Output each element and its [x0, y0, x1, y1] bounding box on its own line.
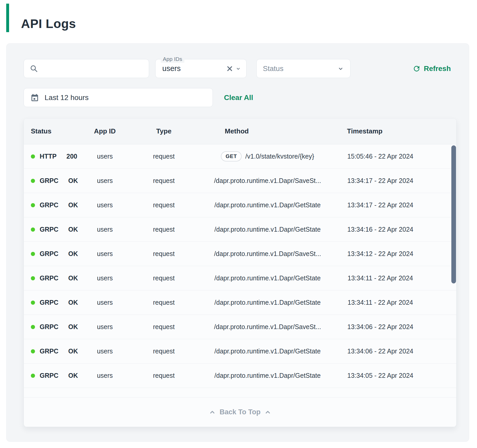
- empty-row: [24, 388, 456, 397]
- timestamp-cell: 15:05:46 - 22 Apr 2024: [347, 153, 413, 160]
- status-code: OK: [68, 201, 78, 209]
- table-row[interactable]: GRPC OK users request /dapr.proto.runtim…: [24, 315, 456, 339]
- table-row[interactable]: GRPC OK users request /dapr.proto.runtim…: [24, 193, 456, 217]
- calendar-icon: [30, 93, 39, 102]
- app-id-cell: users: [97, 347, 113, 355]
- status-cell: GRPC OK: [24, 372, 82, 379]
- type-cell: request: [153, 323, 174, 331]
- table-row[interactable]: GRPC OK users request /dapr.proto.runtim…: [24, 242, 456, 266]
- status-dot-icon: [31, 179, 35, 183]
- refresh-icon: [412, 65, 421, 73]
- app-ids-clear-button[interactable]: [225, 63, 235, 74]
- timestamp-cell: 13:34:06 - 22 Apr 2024: [347, 323, 413, 331]
- method-path: /v1.0/state/kvstore/{key}: [245, 153, 314, 160]
- type-cell: request: [153, 274, 174, 282]
- table-row[interactable]: GRPC OK users request /dapr.proto.runtim…: [24, 339, 456, 364]
- app-id-cell: users: [97, 226, 113, 233]
- method-path: /dapr.proto.runtime.v1.Dapr/GetState: [214, 226, 321, 233]
- status-placeholder: Status: [263, 65, 337, 73]
- status-code: OK: [68, 274, 78, 282]
- status-protocol: GRPC: [40, 347, 58, 355]
- status-code: OK: [68, 177, 78, 184]
- search-field[interactable]: [24, 59, 149, 78]
- status-protocol: GRPC: [40, 177, 58, 184]
- timestamp-cell: 13:34:05 - 22 Apr 2024: [347, 372, 413, 379]
- status-dot-icon: [31, 325, 35, 329]
- status-code: OK: [68, 226, 78, 233]
- status-protocol: GRPC: [40, 299, 58, 306]
- status-code: OK: [68, 347, 78, 355]
- type-cell: request: [153, 226, 174, 233]
- method-cell: GET /v1.0/state/kvstore/{key}: [221, 151, 314, 161]
- app-ids-select[interactable]: App IDs users: [155, 59, 247, 78]
- method-path: /dapr.proto.runtime.v1.Dapr/GetState: [214, 274, 321, 282]
- app-ids-label: App IDs: [161, 55, 184, 63]
- logs-table: Status App ID Type Method Timestamp HTTP…: [24, 118, 457, 427]
- status-cell: GRPC OK: [24, 274, 82, 282]
- type-cell: request: [153, 177, 174, 184]
- search-input[interactable]: [42, 64, 143, 73]
- column-header-timestamp: Timestamp: [347, 127, 383, 135]
- status-protocol: GRPC: [40, 274, 58, 282]
- status-dot-icon: [31, 349, 35, 353]
- chevron-up-icon: [264, 409, 271, 416]
- timestamp-cell: 13:34:16 - 22 Apr 2024: [347, 226, 413, 233]
- method-cell: /dapr.proto.runtime.v1.Dapr/GetState: [214, 226, 321, 233]
- chevron-up-icon: [209, 409, 216, 416]
- x-cross-icon: [226, 65, 234, 73]
- timestamp-cell: 13:34:11 - 22 Apr 2024: [348, 299, 413, 306]
- date-range-field[interactable]: Last 12 hours: [24, 88, 213, 107]
- app-id-cell: users: [97, 323, 113, 331]
- table-row[interactable]: GRPC OK users request /dapr.proto.runtim…: [24, 266, 456, 290]
- refresh-label: Refresh: [424, 65, 451, 73]
- title-accent-bar: [6, 4, 9, 32]
- scrollbar-thumb[interactable]: [451, 145, 456, 283]
- table-row[interactable]: GRPC OK users request /dapr.proto.runtim…: [24, 217, 456, 242]
- app-id-cell: users: [97, 153, 113, 160]
- status-dot-icon: [31, 374, 35, 378]
- status-code: OK: [68, 299, 78, 306]
- method-path: /dapr.proto.runtime.v1.Dapr/SaveSt...: [214, 177, 321, 184]
- table-row[interactable]: GRPC OK users request /dapr.proto.runtim…: [24, 290, 456, 315]
- table-row[interactable]: GRPC OK users request /dapr.proto.runtim…: [24, 364, 456, 388]
- back-to-top-button[interactable]: Back To Top: [207, 408, 273, 416]
- status-cell: GRPC OK: [24, 347, 82, 355]
- status-code: OK: [68, 323, 78, 331]
- method-path: /dapr.proto.runtime.v1.Dapr/GetState: [214, 347, 321, 355]
- type-cell: request: [153, 153, 174, 160]
- status-code: OK: [68, 372, 78, 379]
- type-cell: request: [153, 250, 174, 258]
- status-protocol: GRPC: [40, 250, 58, 258]
- table-row[interactable]: GRPC OK users request /dapr.proto.runtim…: [24, 169, 456, 193]
- type-cell: request: [153, 201, 174, 209]
- status-dot-icon: [31, 203, 35, 207]
- type-cell: request: [153, 372, 174, 379]
- app-id-cell: users: [97, 201, 113, 209]
- method-path: /dapr.proto.runtime.v1.Dapr/SaveSt...: [214, 250, 321, 258]
- table-row[interactable]: HTTP 200 users request GET /v1.0/state/k…: [24, 144, 456, 169]
- app-id-cell: users: [97, 274, 113, 282]
- type-cell: request: [153, 347, 174, 355]
- status-cell: HTTP 200: [24, 153, 82, 160]
- clear-all-button[interactable]: Clear All: [224, 88, 253, 107]
- status-select[interactable]: Status: [256, 59, 350, 78]
- method-cell: /dapr.proto.runtime.v1.Dapr/GetState: [214, 347, 321, 355]
- app-id-cell: users: [97, 372, 113, 379]
- method-cell: /dapr.proto.runtime.v1.Dapr/SaveSt...: [214, 250, 321, 258]
- search-icon: [30, 64, 38, 73]
- timestamp-cell: 13:34:17 - 22 Apr 2024: [347, 177, 413, 184]
- app-id-cell: users: [97, 299, 113, 306]
- status-protocol: GRPC: [40, 323, 58, 331]
- method-path: /dapr.proto.runtime.v1.Dapr/GetState: [214, 201, 321, 209]
- status-protocol: GRPC: [40, 372, 58, 379]
- refresh-button[interactable]: Refresh: [412, 59, 451, 78]
- method-cell: /dapr.proto.runtime.v1.Dapr/GetState: [214, 299, 321, 306]
- status-dot-icon: [31, 301, 35, 305]
- status-cell: GRPC OK: [24, 201, 82, 209]
- status-cell: GRPC OK: [24, 226, 82, 233]
- chevron-down-icon: [337, 65, 344, 72]
- status-code: OK: [68, 250, 78, 258]
- status-protocol: GRPC: [40, 201, 58, 209]
- back-to-top-label: Back To Top: [220, 408, 261, 416]
- app-id-cell: users: [97, 177, 113, 184]
